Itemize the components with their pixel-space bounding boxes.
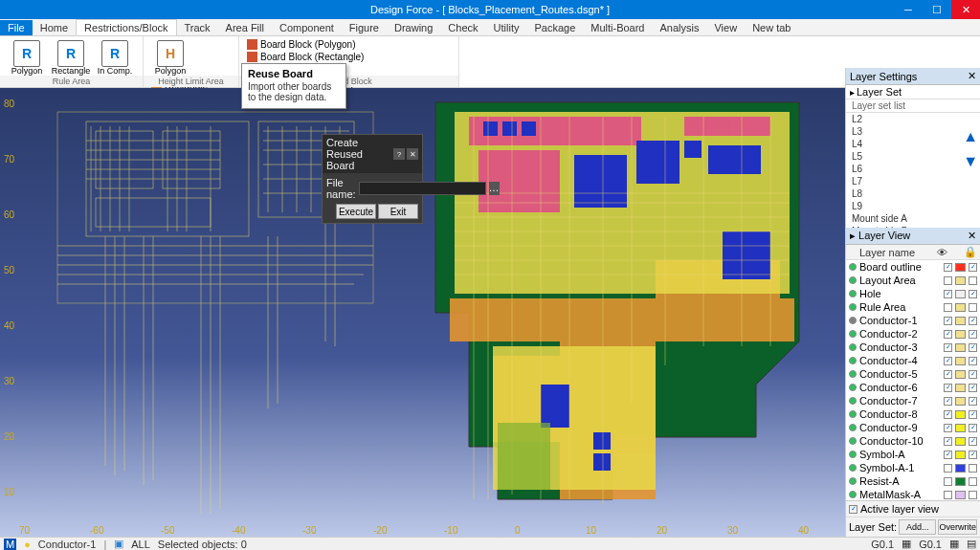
execute-button[interactable]: Execute	[336, 204, 376, 219]
height-limit-polygon[interactable]: HPolygon	[149, 38, 191, 77]
tab-home[interactable]: Home	[33, 20, 76, 35]
layer-row[interactable]: Conductor-8✓✓	[846, 407, 980, 421]
layer-row[interactable]: Conductor-10✓✓	[846, 434, 980, 448]
color-swatch[interactable]	[955, 343, 966, 352]
color-swatch[interactable]	[955, 263, 966, 272]
layer-set-item[interactable]: Mount side B	[846, 225, 980, 228]
lock-checkbox[interactable]	[969, 276, 977, 285]
exit-button[interactable]: Exit	[378, 204, 418, 219]
tab-utility[interactable]: Utility	[486, 20, 527, 35]
color-swatch[interactable]	[955, 330, 966, 339]
lock-checkbox[interactable]: ✓	[969, 397, 977, 406]
color-swatch[interactable]	[955, 477, 966, 486]
layer-set-item[interactable]: L6	[846, 163, 980, 175]
tab-component[interactable]: Component	[272, 20, 342, 35]
visibility-checkbox[interactable]: ✓	[944, 343, 952, 352]
layer-row[interactable]: Conductor-1✓✓	[846, 314, 980, 327]
lock-checkbox[interactable]: ✓	[969, 410, 977, 419]
lock-checkbox[interactable]: ✓	[969, 290, 977, 298]
lock-checkbox[interactable]: ✓	[969, 317, 977, 325]
lock-checkbox[interactable]: ✓	[969, 330, 977, 339]
layer-row[interactable]: Symbol-A✓✓	[846, 448, 980, 461]
visibility-checkbox[interactable]: ✓	[944, 451, 952, 459]
layer-row[interactable]: MetalMask-A	[846, 488, 980, 500]
layer-view-list[interactable]: Board outline✓✓Layout AreaHole✓✓Rule Are…	[846, 260, 980, 500]
overwrite-button[interactable]: Overwrite	[938, 519, 977, 535]
visibility-checkbox[interactable]: ✓	[944, 410, 952, 419]
layer-set-item[interactable]: L2	[846, 113, 980, 125]
layer-row[interactable]: Conductor-2✓✓	[846, 327, 980, 341]
layer-row[interactable]: Hole✓✓	[846, 287, 980, 300]
tab-view[interactable]: View	[706, 20, 745, 35]
visibility-checkbox[interactable]: ✓	[944, 330, 952, 339]
lock-checkbox[interactable]: ✓	[969, 424, 977, 432]
color-swatch[interactable]	[955, 357, 966, 365]
color-swatch[interactable]	[955, 410, 966, 419]
color-swatch[interactable]	[955, 464, 966, 473]
layer-row[interactable]: Board outline✓✓	[846, 260, 980, 274]
lock-checkbox[interactable]	[969, 303, 977, 312]
layer-set-item[interactable]: L8	[846, 187, 980, 200]
lock-checkbox[interactable]: ✓	[969, 437, 977, 446]
close-button[interactable]: ✕	[951, 0, 980, 19]
color-swatch[interactable]	[955, 437, 966, 446]
visibility-checkbox[interactable]: ✓	[944, 263, 952, 272]
layer-row[interactable]: Conductor-6✓✓	[846, 381, 980, 394]
lock-checkbox[interactable]	[969, 491, 977, 499]
visibility-checkbox[interactable]	[944, 464, 952, 473]
visibility-checkbox[interactable]	[944, 491, 952, 499]
layer-set-item[interactable]: L5	[846, 150, 980, 163]
tab-check[interactable]: Check	[440, 20, 485, 35]
board-block-board-block-polygon-[interactable]: Board Block (Polygon)	[245, 38, 366, 51]
visibility-checkbox[interactable]: ✓	[944, 357, 952, 365]
layer-row[interactable]: Resist-A	[846, 474, 980, 488]
lock-checkbox[interactable]: ✓	[969, 263, 977, 272]
add-button[interactable]: Add...	[899, 519, 936, 535]
active-layer-toggle[interactable]: ✓Active layer view	[846, 500, 980, 517]
move-up-icon[interactable]: ▲	[963, 128, 978, 145]
tab-restrictions-block[interactable]: Restrictions/Block	[76, 19, 176, 35]
layer-row[interactable]: Conductor-4✓✓	[846, 354, 980, 367]
color-swatch[interactable]	[955, 397, 966, 406]
lock-checkbox[interactable]: ✓	[969, 343, 977, 352]
file-name-input[interactable]	[359, 182, 486, 195]
tab-package[interactable]: Package	[526, 20, 583, 35]
color-swatch[interactable]	[955, 491, 966, 499]
layer-row[interactable]: Conductor-5✓✓	[846, 367, 980, 381]
lock-checkbox[interactable]	[969, 477, 977, 486]
visibility-checkbox[interactable]: ✓	[944, 290, 952, 298]
dialog-close-button[interactable]: ✕	[407, 148, 418, 160]
dialog-help-button[interactable]: ?	[393, 148, 405, 160]
layer-set-item[interactable]: Mount side A	[846, 212, 980, 225]
tab-analysis[interactable]: Analysis	[653, 20, 707, 35]
tab-multi-board[interactable]: Multi-Board	[583, 20, 652, 35]
layer-set-item[interactable]: L4	[846, 138, 980, 150]
board-block-board-block-rectangle-[interactable]: Board Block (Rectangle)	[245, 51, 366, 63]
color-swatch[interactable]	[955, 370, 966, 379]
tab-area-fill[interactable]: Area Fill	[218, 20, 272, 35]
lock-checkbox[interactable]	[969, 464, 977, 473]
tab-drawing[interactable]: Drawing	[387, 20, 440, 35]
layer-row[interactable]: Symbol-A-1	[846, 461, 980, 474]
tab-new-tab[interactable]: New tab	[745, 20, 798, 35]
layer-set-item[interactable]: L9	[846, 200, 980, 212]
visibility-checkbox[interactable]: ✓	[944, 424, 952, 432]
visibility-checkbox[interactable]: ✓	[944, 397, 952, 406]
layer-row[interactable]: Conductor-9✓✓	[846, 421, 980, 434]
layer-set-item[interactable]: L7	[846, 175, 980, 187]
layer-row[interactable]: Conductor-3✓✓	[846, 341, 980, 354]
color-swatch[interactable]	[955, 290, 966, 298]
status-menu-icon[interactable]: ▤	[967, 538, 976, 550]
color-swatch[interactable]	[955, 317, 966, 325]
lock-checkbox[interactable]: ✓	[969, 384, 977, 392]
color-swatch[interactable]	[955, 451, 966, 459]
panel-close-icon[interactable]: ✕	[968, 70, 976, 82]
layer-row[interactable]: Layout Area	[846, 274, 980, 287]
layer-row[interactable]: Conductor-7✓✓	[846, 394, 980, 407]
color-swatch[interactable]	[955, 276, 966, 285]
visibility-checkbox[interactable]: ✓	[944, 437, 952, 446]
lock-checkbox[interactable]: ✓	[969, 370, 977, 379]
color-swatch[interactable]	[955, 303, 966, 312]
layer-set-list[interactable]: Layer set list L2L3L4L5L6L7L8L9Mount sid…	[846, 99, 980, 228]
minimize-button[interactable]: ─	[894, 0, 923, 19]
